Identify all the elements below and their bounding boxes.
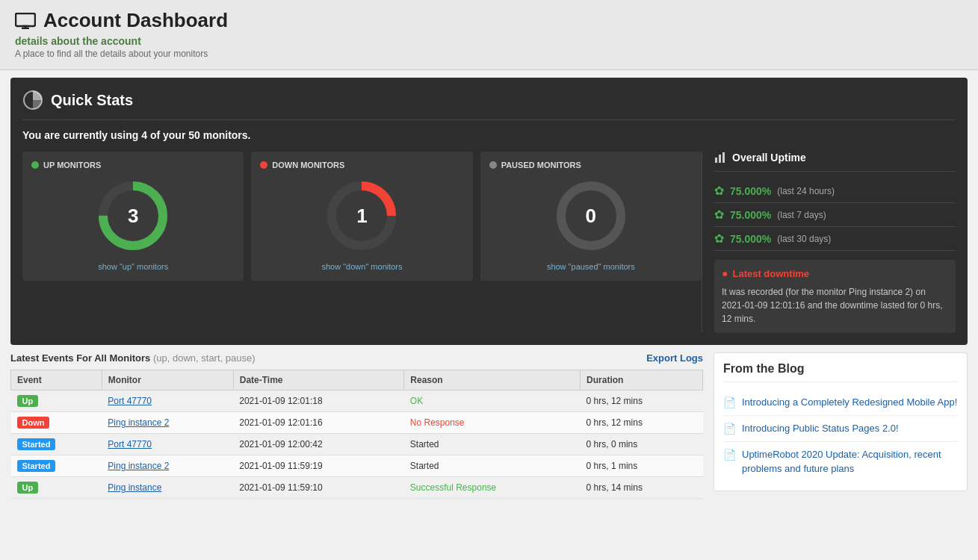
event-badge: Down	[17, 417, 50, 429]
monitor-link[interactable]: Ping instance 2	[108, 417, 169, 428]
up-link[interactable]: show "up" monitors	[98, 262, 168, 271]
quick-stats-title: Quick Stats	[22, 90, 956, 120]
event-badge: Started	[17, 438, 56, 450]
down-dot	[260, 161, 267, 169]
down-link[interactable]: show "down" monitors	[321, 262, 402, 271]
svg-rect-11	[719, 155, 721, 163]
blog-link[interactable]: UptimeRobot 2020 Update: Acquisition, re…	[742, 448, 958, 475]
export-logs-button[interactable]: Export Logs	[646, 352, 703, 364]
monitor-cell: Port 47770	[102, 391, 233, 412]
reason-cell: Successful Response	[404, 477, 581, 499]
table-row: Started Ping instance 2 2021-01-09 11:59…	[11, 455, 703, 477]
duration-cell: 0 hrs, 12 mins	[581, 412, 703, 434]
svg-rect-12	[722, 152, 725, 163]
qs-left: UP MONITORS 3 show "up" monitors	[22, 152, 702, 333]
blog-doc-icon: 📄	[723, 396, 736, 408]
uptime-title: Overall Uptime	[714, 152, 956, 172]
svg-rect-0	[16, 13, 35, 26]
uptime-label-30d: (last 30 days)	[777, 234, 831, 244]
events-table-header: Event Monitor Date-Time Reason Duration	[11, 370, 703, 391]
blog-link[interactable]: Introducing Public Status Pages 2.0!	[742, 422, 899, 435]
uptime-label-7d: (last 7 days)	[777, 210, 826, 220]
duration-cell: 0 hrs, 12 mins	[581, 391, 703, 412]
up-count: 3	[128, 205, 138, 228]
event-badge: Up	[17, 482, 39, 494]
subtitle-gray: A place to find all the details about yo…	[15, 49, 963, 59]
event-badge-cell: Started	[11, 455, 102, 477]
qs-main: UP MONITORS 3 show "up" monitors	[22, 152, 956, 333]
blog-link[interactable]: Introducing a Completely Redesigned Mobi…	[742, 396, 957, 409]
events-title: Latest Events For All Monitors	[10, 352, 150, 364]
monitor-link[interactable]: Port 47770	[108, 439, 152, 449]
monitor-cell: Port 47770	[102, 434, 233, 455]
down-label: DOWN MONITORS	[260, 161, 463, 169]
monitor-cell: Ping instance 2	[102, 455, 233, 477]
reason-cell: Started	[404, 434, 581, 455]
paused-dot	[489, 161, 497, 169]
bar-chart-icon	[714, 152, 726, 164]
events-header: Latest Events For All Monitors (up, down…	[10, 352, 703, 364]
up-dot	[31, 161, 39, 169]
qs-right: Overall Uptime ✿ 75.000% (last 24 hours)…	[702, 152, 956, 333]
up-monitors-card: UP MONITORS 3 show "up" monitors	[22, 152, 244, 281]
events-section: Latest Events For All Monitors (up, down…	[0, 352, 978, 509]
uptime-percent-30d: 75.000%	[730, 233, 771, 245]
uptime-icon-24h: ✿	[714, 184, 724, 198]
latest-downtime-title: ● Latest downtime	[722, 267, 948, 279]
table-row: Down Ping instance 2 2021-01-09 12:01:16…	[11, 412, 703, 434]
monitor-link[interactable]: Port 47770	[108, 396, 152, 406]
svg-rect-10	[715, 158, 717, 163]
reason-cell: No Response	[404, 412, 581, 434]
datetime-cell: 2021-01-09 12:01:18	[233, 391, 404, 412]
up-label: UP MONITORS	[31, 161, 235, 169]
paused-label: PAUSED MONITORS	[489, 161, 693, 169]
events-subtitle: (up, down, start, pause)	[153, 352, 256, 364]
blog-item: 📄 Introducing Public Status Pages 2.0!	[723, 416, 958, 442]
down-count: 1	[356, 205, 367, 228]
blog-item: 📄 Introducing a Completely Redesigned Mo…	[723, 390, 958, 416]
paused-link[interactable]: show "paused" monitors	[547, 262, 635, 271]
event-badge-cell: Up	[11, 477, 102, 499]
uptime-percent-24h: 75.000%	[730, 185, 771, 197]
blog-item: 📄 UptimeRobot 2020 Update: Acquisition, …	[723, 442, 958, 481]
pie-icon	[22, 90, 43, 111]
duration-cell: 0 hrs, 1 mins	[581, 455, 703, 477]
table-row: Up Ping instance 2021-01-09 11:59:10 Suc…	[11, 477, 703, 499]
event-badge: Up	[17, 395, 39, 407]
quick-stats-panel: Quick Stats You are currently using 4 of…	[10, 78, 968, 345]
down-monitors-card: DOWN MONITORS 1 show "down" monitors	[251, 152, 472, 281]
event-badge-cell: Started	[11, 434, 102, 455]
uptime-icon-30d: ✿	[714, 231, 724, 246]
monitor-cell: Ping instance 2	[102, 412, 233, 434]
subtitle-green: details about the account	[15, 35, 963, 47]
col-datetime: Date-Time	[233, 370, 404, 391]
monitor-cards: UP MONITORS 3 show "up" monitors	[22, 152, 702, 281]
col-monitor: Monitor	[102, 370, 233, 391]
reason-cell: OK	[404, 391, 581, 412]
uptime-row-7d: ✿ 75.000% (last 7 days)	[714, 203, 956, 227]
duration-cell: 0 hrs, 14 mins	[581, 477, 703, 499]
usage-text: You are currently using 4 of your 50 mon…	[22, 129, 956, 141]
datetime-cell: 2021-01-09 12:01:16	[233, 412, 404, 434]
event-badge-cell: Up	[11, 391, 102, 412]
monitor-link[interactable]: Ping instance 2	[108, 461, 169, 471]
paused-donut: 0	[554, 178, 628, 253]
events-table: Event Monitor Date-Time Reason Duration …	[10, 370, 703, 499]
uptime-percent-7d: 75.000%	[730, 209, 771, 221]
blog-items: 📄 Introducing a Completely Redesigned Mo…	[723, 390, 958, 482]
paused-monitors-card: PAUSED MONITORS 0 show "paused" monitors	[480, 152, 702, 281]
duration-cell: 0 hrs, 0 mins	[581, 434, 703, 455]
monitor-link[interactable]: Ping instance	[108, 482, 161, 493]
col-event: Event	[11, 370, 102, 391]
events-left: Latest Events For All Monitors (up, down…	[10, 352, 703, 499]
datetime-cell: 2021-01-09 12:00:42	[233, 434, 404, 455]
events-title-area: Latest Events For All Monitors (up, down…	[10, 352, 256, 364]
table-row: Started Port 47770 2021-01-09 12:00:42 S…	[11, 434, 703, 455]
blog-section: From the Blog 📄 Introducing a Completely…	[714, 352, 968, 491]
page-header: Account Dashboard details about the acco…	[0, 0, 978, 70]
down-donut: 1	[324, 178, 399, 253]
latest-downtime-text: It was recorded (for the monitor Ping in…	[722, 285, 948, 326]
event-badge-cell: Down	[11, 412, 102, 434]
monitor-cell: Ping instance	[102, 477, 233, 499]
datetime-cell: 2021-01-09 11:59:19	[233, 455, 404, 477]
